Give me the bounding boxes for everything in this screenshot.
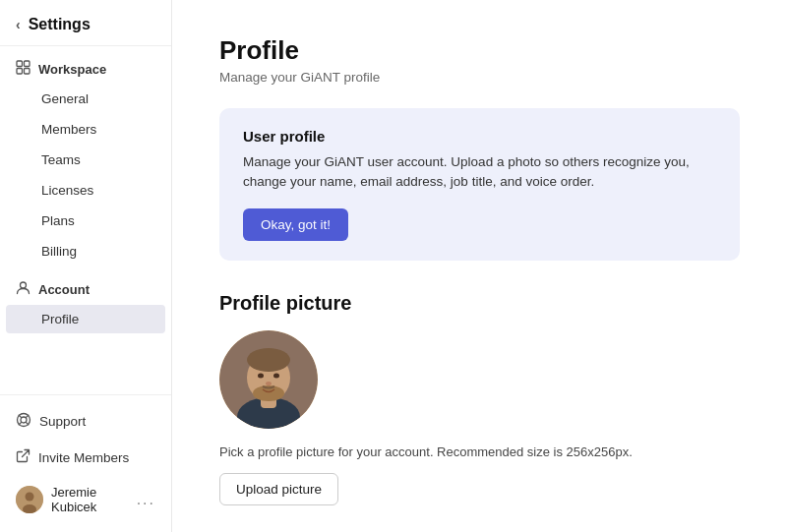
svg-point-21	[258, 373, 264, 378]
sidebar-item-members[interactable]: Members	[6, 115, 165, 144]
settings-title: Settings	[29, 16, 91, 33]
invite-icon	[16, 448, 30, 466]
banner-title: User profile	[243, 128, 716, 145]
support-label: Support	[39, 414, 86, 429]
page-subtitle: Manage your GiANT profile	[219, 70, 740, 85]
info-banner: User profile Manage your GiANT user acco…	[219, 108, 740, 261]
user-row[interactable]: Jeremie Kubicek ...	[0, 475, 171, 524]
svg-rect-1	[25, 61, 30, 67]
avatar	[16, 486, 43, 513]
account-label: Account	[38, 282, 90, 297]
pic-caption: Pick a profile picture for your account.…	[219, 444, 740, 459]
sidebar-item-plans[interactable]: Plans	[6, 207, 165, 235]
workspace-section: Workspace	[0, 46, 171, 84]
svg-rect-3	[25, 69, 30, 75]
support-item[interactable]: Support	[0, 403, 171, 440]
svg-point-23	[266, 382, 272, 385]
invite-members-item[interactable]: Invite Members	[0, 440, 171, 475]
svg-point-4	[21, 282, 27, 288]
workspace-label: Workspace	[38, 62, 106, 77]
page-title: Profile	[219, 35, 740, 66]
svg-point-22	[273, 373, 279, 378]
svg-point-12	[26, 493, 34, 502]
svg-rect-2	[17, 69, 23, 75]
sidebar: ‹ Settings Workspace General Members Tea…	[0, 0, 172, 532]
profile-picture	[219, 330, 318, 429]
sidebar-bottom: Support Invite Members Jeremie Kubicek .…	[0, 394, 171, 532]
account-section: Account	[0, 266, 171, 304]
main-content: Profile Manage your GiANT profile User p…	[172, 0, 787, 532]
sidebar-item-teams[interactable]: Teams	[6, 146, 165, 174]
user-name: Jeremie Kubicek	[51, 485, 129, 514]
banner-text: Manage your GiANT user account. Upload a…	[243, 152, 716, 193]
sidebar-header[interactable]: ‹ Settings	[0, 0, 171, 46]
svg-point-6	[21, 417, 27, 423]
sidebar-item-licenses[interactable]: Licenses	[6, 176, 165, 205]
user-more-button[interactable]: ...	[137, 491, 155, 508]
support-icon	[16, 412, 31, 431]
svg-rect-0	[17, 61, 23, 67]
invite-label: Invite Members	[38, 450, 129, 465]
account-icon	[16, 280, 30, 298]
svg-point-19	[247, 348, 290, 372]
okay-got-it-button[interactable]: Okay, got it!	[243, 208, 348, 241]
workspace-icon	[16, 60, 30, 78]
profile-picture-title: Profile picture	[219, 292, 740, 315]
sidebar-item-general[interactable]: General	[6, 85, 165, 113]
sidebar-item-profile[interactable]: Profile	[6, 305, 165, 333]
upload-picture-button[interactable]: Upload picture	[219, 473, 338, 505]
back-icon[interactable]: ‹	[16, 17, 21, 32]
sidebar-item-billing[interactable]: Billing	[6, 237, 165, 266]
